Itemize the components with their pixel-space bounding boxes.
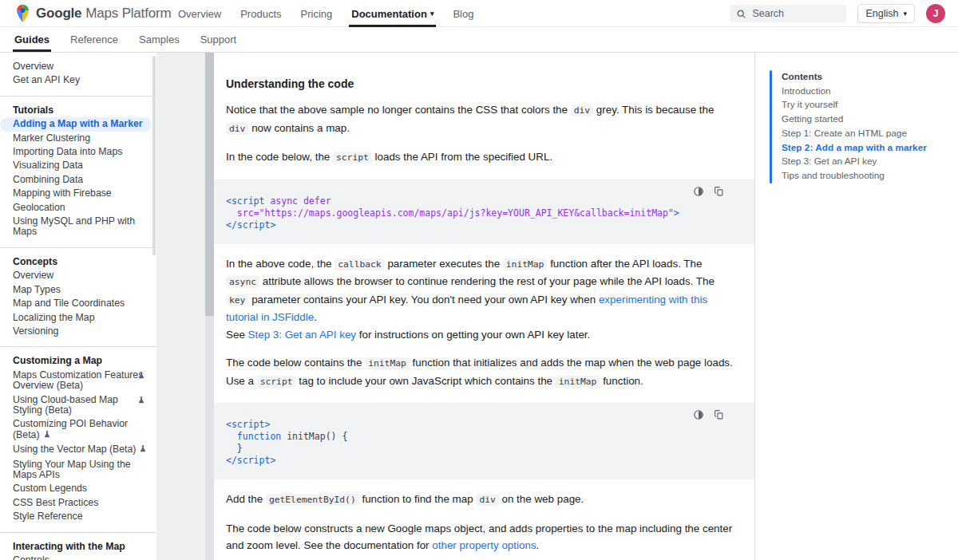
sidebar-item-controls[interactable]: Controls [0, 554, 156, 560]
nav-item-label: Documentation [351, 8, 427, 20]
sidebar-item-versioning[interactable]: Versioning [0, 325, 156, 338]
code-line: </script> [226, 455, 734, 467]
sidebar-item-importing-data-into-maps[interactable]: Importing Data into Maps [0, 145, 156, 159]
inline-code: initMap [365, 357, 410, 369]
sidebar-item-label: Mapping with Firebase [13, 187, 112, 199]
sidebar-item-label: Localizing the Map [13, 312, 95, 323]
tab-guides[interactable]: Guides [14, 27, 49, 52]
sidebar-item-overview[interactable]: Overview [0, 269, 156, 282]
beta-flask-icon [137, 371, 145, 382]
inline-code: initMap [556, 376, 600, 388]
sidebar-item-label: Overview [13, 61, 53, 72]
beta-flask-icon [137, 396, 145, 407]
sidebar-section-header: Concepts [0, 255, 156, 269]
inline-code: callback [335, 258, 384, 270]
sidebar-item-label: Geolocation [13, 202, 65, 213]
toc-item-getting-started[interactable]: Getting started [782, 112, 927, 127]
toc-item-try-it-yourself[interactable]: Try it yourself [782, 98, 927, 112]
sidebar-item-geolocation[interactable]: Geolocation [0, 201, 156, 215]
maps-pin-icon [16, 4, 30, 23]
sidebar-item-get-an-api-key[interactable]: Get an API Key [0, 73, 156, 87]
sidebar-item-using-cloud-based-map-styling-beta[interactable]: Using Cloud-based Map Styling (Beta) [0, 393, 156, 418]
code-text: <script async defer src="https://maps.go… [226, 195, 734, 231]
tab-support[interactable]: Support [200, 27, 237, 52]
sidebar-item-combining-data[interactable]: Combining Data [0, 173, 156, 187]
sidebar-item-using-mysql-and-php-with-maps[interactable]: Using MySQL and PHP with Maps [0, 215, 156, 239]
tab-samples[interactable]: Samples [139, 27, 180, 52]
sidebar-item-label: Importing Data into Maps [13, 146, 122, 157]
sidebar-item-overview[interactable]: Overview [0, 60, 156, 73]
sidebar-item-localizing-the-map[interactable]: Localizing the Map [0, 311, 156, 325]
search-box[interactable] [730, 5, 846, 22]
avatar[interactable]: J [926, 4, 945, 23]
sidebar-item-customizing-poi-behavior-beta[interactable]: Customizing POI Behavior (Beta) [0, 417, 156, 443]
toc-item-step-1-create-an-html-page[interactable]: Step 1: Create an HTML page [782, 127, 927, 141]
sidebar-item-label: Using Cloud-based Map Styling (Beta) [13, 394, 118, 416]
toc-item-introduction[interactable]: Introduction [782, 85, 927, 99]
link-experimenting-with-this-tutori[interactable]: experimenting with this tutorial in JSFi… [226, 294, 707, 324]
table-of-contents: Contents IntroductionTry it yourselfGett… [770, 70, 950, 183]
code-actions [693, 409, 726, 421]
tab-reference[interactable]: Reference [70, 27, 118, 52]
search-input[interactable] [752, 8, 840, 19]
sidebar-section-header: Interacting with the Map [0, 540, 156, 554]
nav-item-blog[interactable]: Blog [453, 0, 473, 27]
sidebar-item-label: Map Types [13, 284, 61, 295]
inline-code: async [226, 276, 259, 288]
nav-item-products[interactable]: Products [240, 0, 281, 27]
google-maps-platform-logo[interactable]: Google Maps Platform [16, 4, 171, 23]
logo-text-google: Google [36, 6, 81, 22]
sidebar-item-style-reference[interactable]: Style Reference [0, 510, 156, 523]
inline-code: getElementById() [266, 494, 359, 506]
content-scrollbar-thumb[interactable] [205, 53, 214, 316]
link-other-property-options[interactable]: other property options [432, 539, 536, 551]
toc-item-step-2-add-a-map-with-a-marker[interactable]: Step 2: Add a map with a marker [782, 141, 927, 156]
sidebar-item-custom-legends[interactable]: Custom Legends [0, 482, 156, 495]
sidebar-item-marker-clustering[interactable]: Marker Clustering [0, 132, 156, 145]
sidebar-item-label: Versioning [13, 325, 58, 337]
sidebar-item-css-best-practices[interactable]: CSS Best Practices [0, 496, 156, 510]
sidebar-item-label: Combining Data [13, 174, 83, 185]
sidebar-item-adding-a-map-with-a-marker[interactable]: Adding a Map with a Marker [0, 117, 152, 131]
link-step-3-get-an-api-key[interactable]: Step 3: Get an API key [248, 329, 356, 341]
code-block-6: <script> function initMap() { }</script> [214, 403, 754, 479]
toc-item-step-3-get-an-api-key[interactable]: Step 3: Get an API key [782, 155, 927, 169]
copy-code-icon[interactable] [714, 409, 726, 421]
sidebar-item-label: Maps Customization Features Overview (Be… [13, 369, 143, 391]
code-line: </script> [226, 219, 734, 231]
sidebar-item-maps-customization-features-overview-beta[interactable]: Maps Customization Features Overview (Be… [0, 369, 156, 393]
nav-item-overview[interactable]: Overview [178, 0, 221, 27]
inline-code: script [333, 152, 372, 164]
sidebar-item-mapping-with-firebase[interactable]: Mapping with Firebase [0, 187, 156, 200]
search-icon [736, 9, 746, 19]
dark-mode-toggle-icon[interactable] [693, 409, 705, 421]
chevron-down-icon: ▾ [903, 10, 907, 18]
sidebar-section-tutorials: TutorialsAdding a Map with a MarkerMarke… [0, 96, 156, 247]
nav-item-pricing[interactable]: Pricing [301, 0, 333, 27]
sidebar-item-label: CSS Best Practices [13, 497, 98, 508]
copy-code-icon[interactable] [714, 186, 726, 198]
inline-code: div [571, 105, 593, 116]
paragraph: In the code below, the script loads the … [226, 148, 734, 167]
language-selector[interactable]: English ▾ [857, 4, 915, 23]
sidebar-scrollbar-thumb[interactable] [152, 56, 156, 255]
sidebar-item-visualizing-data[interactable]: Visualizing Data [0, 159, 156, 172]
header-right: English ▾ J [730, 0, 945, 27]
sidebar-item-styling-your-map-using-the-maps-apis[interactable]: Styling Your Map Using the Maps APIs [0, 458, 156, 483]
nav-item-documentation[interactable]: Documentation▾ [351, 0, 433, 27]
toc-item-tips-and-troubleshooting[interactable]: Tips and troubleshooting [782, 169, 927, 183]
sidebar-item-label: Using the Vector Map (Beta) [13, 444, 136, 455]
sidebar-item-using-the-vector-map-beta[interactable]: Using the Vector Map (Beta) [0, 443, 156, 457]
sidebar-item-label: Style Reference [13, 511, 83, 522]
beta-flask-icon [43, 430, 51, 441]
sidebar-item-map-and-tile-coordinates[interactable]: Map and Tile Coordinates [0, 297, 156, 310]
tab-label: Samples [139, 34, 180, 45]
sidebar-item-label: Customizing POI Behavior (Beta) [13, 418, 128, 440]
nav-item-label: Pricing [301, 8, 333, 20]
dark-mode-toggle-icon[interactable] [693, 186, 705, 198]
paragraph: Add the getElementById() function to fin… [226, 491, 734, 509]
paragraph: The code below contains the initMap func… [226, 354, 734, 390]
sidebar-item-map-types[interactable]: Map Types [0, 283, 156, 297]
sidebar-section-concepts: ConceptsOverviewMap TypesMap and Tile Co… [0, 247, 156, 346]
left-sidebar: OverviewGet an API KeyTutorialsAdding a … [0, 53, 156, 560]
